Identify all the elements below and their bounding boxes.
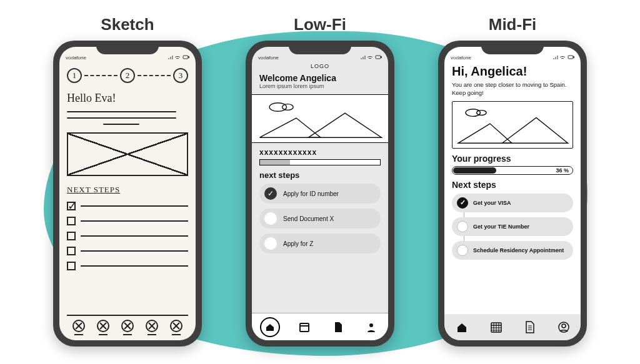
nav-profile[interactable] bbox=[362, 318, 380, 336]
subheading: You are one step closer to moving to Spa… bbox=[452, 81, 573, 97]
carrier-label: vodafone bbox=[258, 55, 279, 61]
nav-item[interactable] bbox=[146, 320, 158, 335]
checklist-item[interactable] bbox=[67, 247, 188, 255]
welcome-sub: Lorem ipsum lorem ipsum bbox=[259, 83, 381, 89]
checklist-item[interactable] bbox=[67, 232, 188, 240]
carrier-label: vodafone bbox=[451, 55, 471, 61]
progress-bar: 36 % bbox=[452, 166, 573, 175]
progress-percent: 36 % bbox=[556, 167, 569, 174]
next-steps-heading: next steps bbox=[259, 170, 381, 180]
progress-label: xxxxxxxxxxxx bbox=[259, 148, 381, 157]
checklist-item[interactable] bbox=[67, 262, 188, 270]
step-2[interactable]: 2 bbox=[120, 68, 135, 83]
image-placeholder bbox=[67, 132, 188, 176]
progress-bar bbox=[259, 159, 381, 165]
home-icon bbox=[265, 322, 275, 332]
phone-notch bbox=[289, 41, 351, 54]
check-icon: ✓ bbox=[264, 187, 277, 200]
svg-point-24 bbox=[562, 324, 566, 328]
title-lofi: Low-Fi bbox=[294, 15, 346, 34]
title-sketch: Sketch bbox=[101, 15, 154, 34]
user-icon bbox=[366, 322, 377, 333]
step-label: Get your TIE Number bbox=[473, 224, 529, 230]
hero-image bbox=[252, 94, 388, 143]
nav-item[interactable] bbox=[170, 320, 182, 335]
phone-midfi: vodafone Hi, Angelica! You are one step … bbox=[438, 41, 587, 347]
document-icon bbox=[333, 322, 343, 333]
svg-point-11 bbox=[466, 109, 480, 116]
phone-notch bbox=[481, 41, 544, 54]
nav-item[interactable] bbox=[121, 320, 134, 335]
svg-rect-9 bbox=[568, 56, 573, 59]
phone-lofi: vodafone LOGO Welcome Angelica Lorem ips… bbox=[246, 41, 394, 347]
svg-point-12 bbox=[477, 110, 487, 115]
nav-home[interactable] bbox=[260, 317, 280, 337]
progress-heading: Your progress bbox=[452, 154, 573, 164]
carrier-label: vodafone bbox=[66, 55, 86, 61]
svg-point-4 bbox=[269, 103, 286, 112]
logo: LOGO bbox=[252, 62, 388, 71]
phone-sketch: vodafone 1 2 3 bbox=[53, 41, 202, 347]
greeting: Hi, Angelica! bbox=[452, 64, 573, 79]
step-pill[interactable]: ✓ Apply for ID number bbox=[259, 184, 381, 204]
hero-image bbox=[452, 101, 573, 149]
step-dot bbox=[264, 237, 277, 250]
step-pill[interactable]: ✓ Get your VISA bbox=[452, 194, 573, 212]
step-pill[interactable]: Send Document X bbox=[259, 209, 381, 229]
checklist-item[interactable] bbox=[67, 202, 188, 210]
nav-calendar[interactable] bbox=[296, 318, 313, 336]
status-icons bbox=[361, 54, 382, 61]
title-midfi: Mid-Fi bbox=[489, 15, 537, 34]
step-label: Schedule Residency Appointment bbox=[473, 247, 564, 253]
calendar-icon bbox=[299, 322, 310, 333]
document-icon bbox=[524, 321, 536, 333]
status-icons bbox=[553, 54, 574, 61]
calendar-icon bbox=[490, 321, 502, 333]
svg-rect-1 bbox=[188, 57, 189, 58]
checklist-item[interactable] bbox=[67, 217, 188, 225]
next-steps-heading: Next steps bbox=[452, 180, 573, 190]
nav-item[interactable] bbox=[72, 320, 85, 335]
step-1[interactable]: 1 bbox=[67, 68, 82, 83]
step-dot bbox=[457, 221, 468, 232]
column-sketch: Sketch vodafone 1 bbox=[53, 15, 202, 347]
svg-rect-2 bbox=[376, 56, 381, 59]
svg-rect-6 bbox=[300, 323, 309, 332]
column-lofi: Low-Fi vodafone LOGO bbox=[246, 15, 394, 347]
svg-point-8 bbox=[369, 323, 373, 327]
step-pill[interactable]: Apply for Z bbox=[259, 234, 381, 253]
greeting: Hello Eva! bbox=[67, 92, 188, 105]
bottom-nav bbox=[252, 313, 388, 340]
step-pill[interactable]: Get your TIE Number bbox=[452, 217, 573, 236]
step-pill[interactable]: Schedule Residency Appointment bbox=[452, 241, 573, 260]
welcome-heading: Welcome Angelica bbox=[259, 73, 381, 83]
step-label: Apply for ID number bbox=[283, 190, 339, 197]
home-icon bbox=[456, 321, 468, 333]
status-icons bbox=[168, 54, 189, 61]
step-dot bbox=[457, 245, 468, 256]
user-icon bbox=[558, 321, 570, 333]
step-label: Send Document X bbox=[283, 215, 334, 222]
svg-rect-10 bbox=[573, 57, 574, 58]
step-label: Get your VISA bbox=[473, 200, 511, 206]
nav-home[interactable] bbox=[456, 321, 468, 333]
phone-notch bbox=[96, 41, 159, 54]
check-icon: ✓ bbox=[457, 197, 468, 209]
svg-rect-0 bbox=[183, 56, 188, 59]
nav-calendar[interactable] bbox=[490, 321, 502, 333]
bottom-nav bbox=[67, 315, 188, 337]
svg-point-5 bbox=[282, 104, 294, 111]
nav-item[interactable] bbox=[97, 320, 109, 335]
column-midfi: Mid-Fi vodafone Hi, Angelica! Y bbox=[438, 15, 587, 347]
step-3[interactable]: 3 bbox=[173, 68, 188, 83]
next-steps-heading: NEXT STEPS bbox=[67, 185, 188, 195]
stepper: 1 2 3 bbox=[67, 68, 188, 83]
step-dot bbox=[264, 212, 277, 225]
nav-document[interactable] bbox=[329, 318, 347, 336]
step-label: Apply for Z bbox=[283, 240, 313, 247]
svg-rect-3 bbox=[381, 57, 382, 58]
nav-profile[interactable] bbox=[558, 321, 570, 333]
nav-document[interactable] bbox=[524, 321, 536, 333]
bottom-nav bbox=[444, 314, 581, 340]
